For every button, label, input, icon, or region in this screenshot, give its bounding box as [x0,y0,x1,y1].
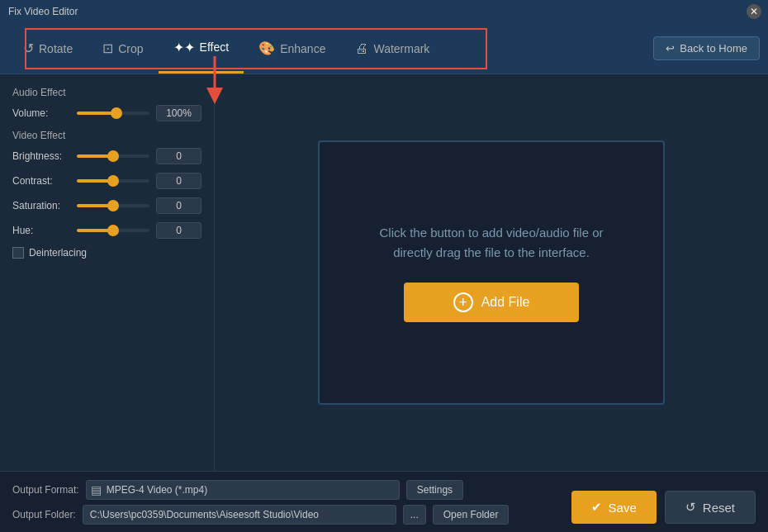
save-label: Save [609,501,637,515]
tab-enhance[interactable]: 🎨 Enhance [244,23,340,74]
brightness-slider[interactable] [77,150,149,163]
saturation-slider[interactable] [77,199,149,212]
reset-button[interactable]: ↺ Reset [665,491,756,524]
brightness-label: Brightness: [12,150,70,162]
close-button[interactable]: ✕ [747,4,761,19]
tab-enhance-label: Enhance [280,42,325,55]
contrast-label: Contrast: [12,175,70,187]
tab-crop-label: Crop [118,42,143,55]
deinterlacing-label: Deinterlacing [29,247,87,259]
save-button[interactable]: ✔ Save [571,491,657,524]
tab-bar: ↺ Rotate ⊡ Crop ✦✦ Effect 🎨 Enhance 🖨 Wa… [0,23,768,74]
drop-area[interactable]: Click the button to add video/audio file… [318,140,665,405]
contrast-input[interactable] [156,173,201,189]
hue-control: Hue: [12,222,201,239]
back-home-label: Back to Home [680,42,747,55]
tab-crop[interactable]: ⊡ Crop [88,23,158,74]
tab-watermark[interactable]: 🖨 Watermark [340,23,444,74]
tab-watermark-label: Watermark [373,42,429,55]
effect-icon: ✦✦ [173,40,195,55]
format-icon: ▤ [91,483,102,496]
drop-text: Click the button to add video/audio file… [379,223,603,263]
volume-label: Volume: [12,107,70,119]
tab-rotate[interactable]: ↺ Rotate [8,23,88,74]
contrast-control: Contrast: [12,173,201,189]
tab-effect-label: Effect [200,40,230,54]
settings-button[interactable]: Settings [406,480,463,500]
right-panel: Click the button to add video/audio file… [215,74,768,471]
hue-label: Hue: [12,225,70,236]
add-file-label: Add File [481,295,530,310]
title-bar-text: Fix Video Editor [8,6,78,17]
main-content: Audio Effect Volume: Video Effect Bright… [0,74,768,471]
add-file-button[interactable]: + Add File [404,283,580,322]
crop-icon: ⊡ [102,40,113,56]
tab-effect[interactable]: ✦✦ Effect [159,23,244,74]
contrast-slider[interactable] [77,174,149,188]
back-home-button[interactable]: ↩ Back to Home [653,36,760,60]
hue-input[interactable] [156,222,201,239]
title-bar: Fix Video Editor ✕ [0,0,768,23]
video-effect-title: Video Effect [12,130,201,141]
format-select-wrapper: ▤ MPEG-4 Video (*.mp4) [86,480,400,500]
deinterlacing-row: Deinterlacing [12,247,201,259]
action-buttons: ✔ Save ↺ Reset [571,491,756,524]
hue-slider[interactable] [77,224,149,237]
open-folder-button[interactable]: Open Folder [433,505,510,525]
reset-icon: ↺ [685,500,696,515]
saturation-input[interactable] [156,197,201,214]
back-home-icon: ↩ [666,42,675,55]
volume-control: Volume: [12,105,201,121]
audio-effect-title: Audio Effect [12,87,201,98]
saturation-control: Saturation: [12,197,201,214]
brightness-control: Brightness: [12,148,201,164]
reset-label: Reset [703,501,735,515]
tab-rotate-label: Rotate [39,42,73,55]
dots-button[interactable]: ... [403,505,426,525]
output-format-label: Output Format: [12,484,79,496]
saturation-label: Saturation: [12,200,70,211]
brightness-input[interactable] [156,148,201,164]
save-check-icon: ✔ [591,500,602,515]
deinterlacing-checkbox[interactable] [12,247,24,259]
output-folder-label: Output Folder: [12,509,76,520]
add-file-icon: + [453,292,473,312]
enhance-icon: 🎨 [258,40,275,56]
output-folder-input[interactable] [83,505,396,525]
rotate-icon: ↺ [23,40,34,56]
output-format-select[interactable]: MPEG-4 Video (*.mp4) [86,480,400,500]
watermark-icon: 🖨 [355,41,368,56]
left-panel: Audio Effect Volume: Video Effect Bright… [0,74,215,471]
volume-slider[interactable] [77,107,149,120]
volume-input[interactable] [156,105,201,121]
